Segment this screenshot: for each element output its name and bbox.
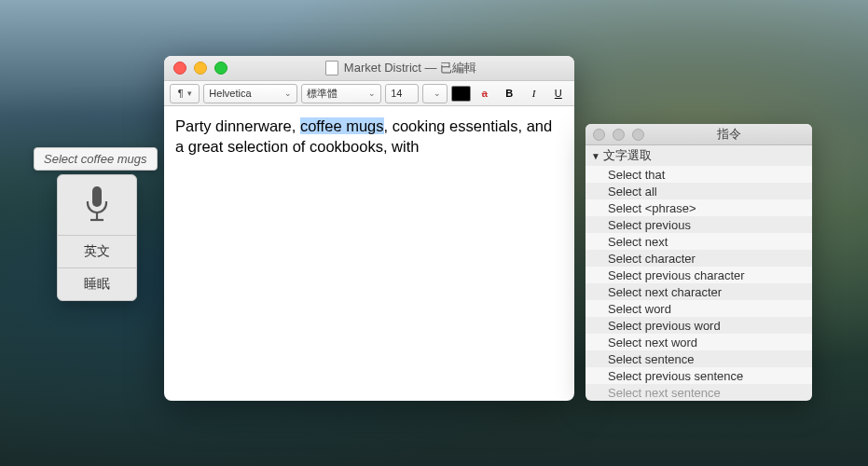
window-title: Market District — 已編輯 — [237, 60, 565, 76]
command-item[interactable]: Select character — [586, 250, 812, 267]
command-item[interactable]: Select all — [586, 183, 812, 199]
command-item[interactable]: Select next character — [586, 283, 812, 300]
font-style-value: 標準體 — [307, 87, 338, 101]
font-family-value: Helvetica — [209, 88, 251, 99]
commands-window: 指令 ▼ 文字選取 Select thatSelect allSelect <p… — [586, 124, 812, 401]
command-item[interactable]: Select sentence — [586, 350, 812, 367]
microphone-icon — [82, 185, 112, 226]
paragraph-style-button[interactable]: ¶▾ — [170, 84, 200, 103]
document-icon — [325, 61, 338, 75]
minimize-icon[interactable] — [194, 62, 207, 75]
zoom-icon[interactable] — [632, 129, 644, 141]
paragraph-icon: ¶ — [178, 88, 184, 99]
font-style-select[interactable]: 標準體⌄ — [301, 84, 381, 103]
command-item[interactable]: Select previous word — [586, 317, 812, 334]
command-item[interactable]: Select word — [586, 300, 812, 317]
voice-state-label: 睡眠 — [84, 276, 110, 293]
body-pre: Party dinnerware, — [175, 117, 300, 134]
voice-feedback-text: Select coffee mugs — [44, 152, 147, 166]
command-item[interactable]: Select previous character — [586, 267, 812, 283]
voice-control-panel[interactable]: 英文 睡眠 — [57, 174, 137, 301]
font-size-stepper[interactable]: ⌄ — [422, 84, 448, 103]
italic-button[interactable]: I — [523, 84, 544, 103]
commands-window-controls — [593, 129, 644, 141]
minimize-icon[interactable] — [613, 129, 625, 141]
text-color-swatch[interactable] — [451, 86, 471, 102]
command-item[interactable]: Select previous — [586, 216, 812, 233]
font-size-field[interactable]: 14 — [385, 84, 419, 103]
window-controls — [173, 62, 227, 75]
zoom-icon[interactable] — [214, 62, 227, 75]
font-family-select[interactable]: Helvetica⌄ — [203, 84, 297, 103]
disclosure-triangle-icon[interactable]: ▼ — [591, 151, 600, 161]
commands-section-label: 文字選取 — [603, 147, 652, 164]
commands-list[interactable]: ▼ 文字選取 Select thatSelect allSelect <phra… — [586, 145, 812, 401]
commands-title-text: 指令 — [654, 126, 805, 143]
voice-state-row[interactable]: 睡眠 — [58, 268, 136, 300]
strikethrough-button[interactable]: a — [475, 84, 495, 103]
command-item[interactable]: Select next word — [586, 334, 812, 350]
svg-rect-0 — [92, 186, 102, 207]
command-item[interactable]: Select <phrase> — [586, 199, 812, 216]
close-icon[interactable] — [173, 62, 186, 75]
body-selection: coffee mugs — [300, 117, 384, 134]
command-item[interactable]: Select previous sentence — [586, 367, 812, 384]
underline-button[interactable]: U — [548, 84, 569, 103]
titlebar[interactable]: Market District — 已編輯 — [164, 56, 574, 81]
format-toolbar: ¶▾ Helvetica⌄ 標準體⌄ 14 ⌄ a B I U — [164, 81, 574, 106]
bold-button[interactable]: B — [499, 84, 519, 103]
voice-language-row[interactable]: 英文 — [58, 236, 136, 268]
close-icon[interactable] — [593, 129, 605, 141]
command-item[interactable]: Select next — [586, 233, 812, 250]
commands-section-header[interactable]: ▼ 文字選取 — [586, 145, 812, 166]
text-editor[interactable]: Party dinnerware, coffee mugs, cooking e… — [164, 106, 574, 167]
voice-feedback-bubble: Select coffee mugs — [34, 147, 158, 171]
commands-titlebar[interactable]: 指令 — [586, 124, 812, 145]
desktop: { "textedit": { "title": "Market Distric… — [0, 0, 868, 466]
voice-language-label: 英文 — [84, 243, 110, 260]
command-item[interactable]: Select that — [586, 166, 812, 183]
mic-area[interactable] — [58, 175, 136, 236]
textedit-window: Market District — 已編輯 ¶▾ Helvetica⌄ 標準體⌄… — [164, 56, 574, 401]
title-text: Market District — 已編輯 — [344, 60, 476, 76]
font-size-value: 14 — [391, 88, 402, 99]
command-item[interactable]: Select next sentence — [586, 384, 812, 401]
